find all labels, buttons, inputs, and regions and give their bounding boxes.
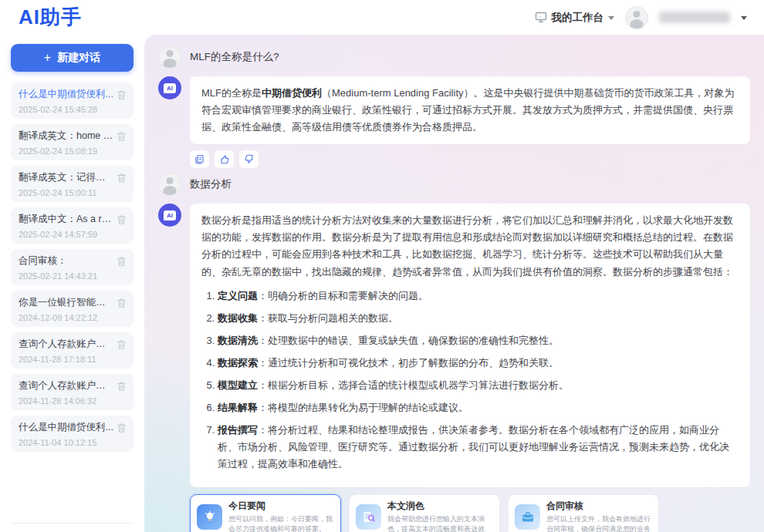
list-item: 数据清洗：处理数据中的错误、重复或缺失值，确保数据的准确性和完整性。 [218, 332, 739, 349]
conversation-item[interactable]: 合同审核：2025-02-21 14:43:21 [11, 249, 134, 285]
conversation-item[interactable]: 什么是中期借贷便利...2024-11-04 10:12:15 [11, 416, 134, 452]
feature-card-news[interactable]: 今日要闻您可以问我，例如：今日要闻，我会尽力提供准确和可靠的答案。 [190, 494, 341, 532]
app-logo: AI助手 [19, 4, 82, 31]
chat-panel: MLF的全称是什么? AI MLF的全称是中期借贷便利（Medium-term … [144, 35, 764, 532]
feature-area: 今日要闻您可以问我，例如：今日要闻，我会尽力提供准确和可靠的答案。 本文润色我会… [190, 494, 750, 532]
bulb-icon [197, 504, 222, 530]
thumbs-down-button[interactable] [239, 150, 259, 168]
new-chat-button[interactable]: + 新建对话 [11, 44, 134, 72]
trash-icon[interactable] [117, 131, 127, 142]
list-item: 结果解释：将模型的结果转化为易于理解的结论或建议。 [218, 399, 739, 416]
conversation-item[interactable]: 翻译成中文：As a reader...2025-02-24 14:57:59 [11, 207, 134, 244]
conversation-item[interactable]: 查询个人存款账户的最新...2024-11-28 17:18:11 [11, 332, 134, 369]
list-item: 报告撰写：将分析过程、结果和结论整理成报告，供决策者参考。数据分析在各个领域都有… [218, 422, 739, 473]
list-item: 定义问题：明确分析的目标和需要解决的问题。 [218, 288, 739, 305]
chevron-down-icon [608, 16, 614, 20]
trash-icon[interactable] [117, 173, 127, 184]
user-avatar[interactable] [625, 6, 648, 29]
workspace-label: 我的工作台 [552, 11, 604, 25]
top-header: AI助手 我的工作台 [0, 0, 764, 35]
ai-message: AI 数据分析是指用适当的统计分析方法对收集来的大量数据进行分析，将它们加以汇总… [158, 204, 750, 487]
trash-icon[interactable] [117, 298, 127, 308]
ai-avatar-icon: AI [158, 204, 181, 227]
trash-icon[interactable] [117, 423, 127, 433]
user-message-text: MLF的全称是什么? [190, 50, 279, 64]
conversation-item[interactable]: 你是一位银行智能客服，...2024-12-09 14:22:12 [11, 291, 134, 327]
thumbs-down-icon [243, 153, 255, 165]
sidebar: + 新建对话 什么是中期借贷便利...2025-02-24 15:45:28 翻… [0, 35, 144, 532]
new-chat-label: 新建对话 [57, 51, 100, 65]
conversation-list: 什么是中期借贷便利...2025-02-24 15:45:28 翻译成英文：ho… [11, 82, 134, 452]
username-redacted [659, 12, 730, 23]
trash-icon[interactable] [117, 89, 127, 100]
conversation-item[interactable]: 翻译成英文：home home2025-02-24 15:08:19 [11, 124, 134, 160]
doc-polish-icon [356, 504, 381, 530]
copy-button[interactable] [190, 150, 209, 168]
trash-icon[interactable] [117, 214, 127, 225]
sidebar-divider [11, 523, 134, 532]
trash-icon[interactable] [117, 256, 127, 267]
user-message: MLF的全称是什么? [158, 44, 750, 70]
thumbs-up-button[interactable] [215, 150, 234, 168]
copy-icon [194, 153, 205, 165]
user-avatar [158, 173, 181, 196]
feature-card-polish[interactable]: 本文润色我会帮助您进行您输入的文本润色，提高文本的流畅度和表达效果。 [349, 494, 500, 532]
ai-message-bubble: MLF的全称是中期借贷便利（Medium-term Lending Facili… [190, 76, 750, 144]
monitor-icon [535, 12, 547, 23]
feature-card-contract[interactable]: 合同审核您可以上传文件，我会有效地进行合同审核，确保合同满足您的业务需求。 [508, 494, 659, 532]
feature-card-grid: 今日要闻您可以问我，例如：今日要闻，我会尽力提供准确和可靠的答案。 本文润色我会… [190, 494, 659, 532]
list-item: 模型建立：根据分析目标，选择合适的统计模型或机器学习算法进行数据分析。 [218, 377, 739, 394]
chevron-down-icon[interactable] [741, 16, 747, 20]
trash-icon[interactable] [117, 381, 127, 392]
conversation-item[interactable]: 翻译成英文：记得刚开始...2025-02-24 15:00:11 [11, 166, 134, 202]
trash-icon[interactable] [117, 339, 127, 350]
ai-message-bubble: 数据分析是指用适当的统计分析方法对收集来的大量数据进行分析，将它们加以汇总和理解… [190, 204, 750, 487]
user-message-text: 数据分析 [190, 177, 232, 191]
ai-avatar-icon: AI [158, 76, 181, 99]
list-item: 数据探索：通过统计分析和可视化技术，初步了解数据的分布、趋势和关联。 [218, 355, 739, 372]
analysis-steps-list: 定义问题：明确分析的目标和需要解决的问题。 数据收集：获取与分析问题相关的数据。… [201, 288, 739, 473]
conversation-item[interactable]: 什么是中期借贷便利...2025-02-24 15:45:28 [11, 82, 134, 119]
conversation-item[interactable]: 查询个人存款账户的最新...2024-11-28 14:06:32 [11, 374, 134, 410]
user-message: 数据分析 [158, 171, 750, 197]
user-avatar [158, 45, 181, 69]
workspace-menu[interactable]: 我的工作台 [535, 11, 615, 25]
message-actions [190, 150, 750, 168]
ai-message: AI MLF的全称是中期借贷便利（Medium-term Lending Fac… [158, 76, 750, 144]
briefcase-icon [515, 504, 540, 530]
list-item: 数据收集：获取与分析问题相关的数据。 [218, 310, 739, 327]
plus-icon: + [44, 51, 51, 65]
thumbs-up-icon [218, 153, 231, 165]
